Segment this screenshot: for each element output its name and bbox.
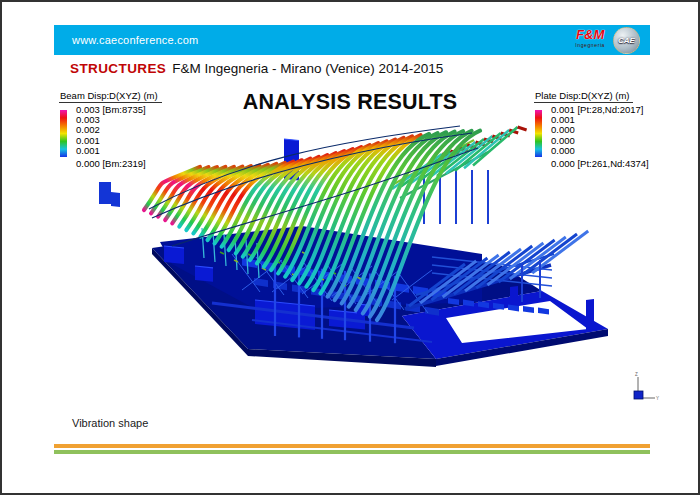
beam-legend-title: Beam Disp:D(XYZ) (m) [59,90,162,103]
cae-conference-logo: CAE [613,27,640,54]
brand-label: STRUCTURES [70,61,166,76]
plate-colorbar [535,110,542,157]
footer-stripe-orange [54,444,650,448]
legend-value: 0.000 [Pt:261,Nd:4374] [551,159,649,169]
top-banner: www.caeconference.com F&M Ingegneria CAE [54,25,650,55]
slide-caption: Vibration shape [72,417,148,429]
beam-displacement-legend: Beam Disp:D(XYZ) (m) 0.003 [Bm:8735] 0.0… [59,90,162,169]
slide-header: STRUCTURESF&M Ingegneria - Mirano (Venic… [70,61,443,76]
coordinate-triad-icon: Z Y [622,370,660,412]
logo-group: F&M Ingegneria CAE [575,27,650,54]
legend-value: 0.001 [76,146,162,156]
fm-ingegneria-logo: F&M Ingegneria [575,30,605,50]
beam-colorbar [60,110,67,157]
legend-value: 0.000 [551,146,649,156]
legend-value: 0.000 [Bm:2319] [76,159,162,169]
presentation-slide: www.caeconference.com F&M Ingegneria CAE… [0,0,700,495]
triad-up-label: Z [635,372,638,377]
triad-right-label: Y [656,396,659,401]
project-title: F&M Ingegneria - Mirano (Venice) 2014-20… [172,61,443,76]
conference-url: www.caeconference.com [54,34,198,46]
plate-legend-title: Plate Disp:D(XYZ) (m) [534,90,633,103]
footer-stripe-green [54,450,650,454]
plate-displacement-legend: Plate Disp:D(XYZ) (m) 0.001 [Pt:28,Nd:20… [534,90,649,169]
